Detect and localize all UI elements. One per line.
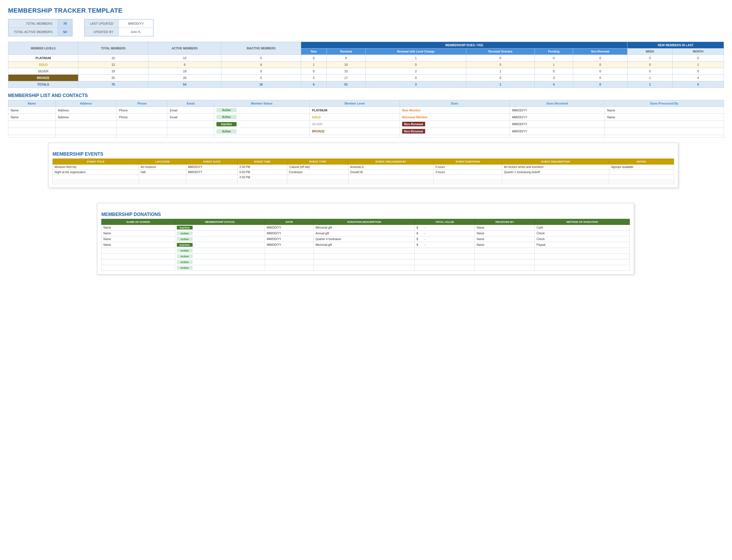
- table-row: Active: [102, 254, 630, 259]
- row3-dues: Non-Renewal: [399, 121, 509, 128]
- row3-phone: [117, 121, 167, 128]
- sub-month: MONTH: [673, 49, 724, 55]
- contacts-table: Name Address Phone Email Member Status M…: [8, 100, 724, 138]
- event1-type: Cultural (off site): [287, 165, 348, 170]
- level-platinum: PLATINUM: [8, 55, 78, 61]
- row1-level: PLATINUM: [310, 107, 399, 114]
- table-row: Name Active MM/DD/YY Quarter 4 fundraise…: [102, 236, 630, 242]
- platinum-week: 0: [627, 55, 673, 61]
- table-row: Name Inactive MM/DD/YY Memorial gift $ -…: [102, 225, 630, 231]
- silver-week: 0: [627, 68, 673, 75]
- status-badge: Active: [217, 115, 237, 119]
- platinum-renewal: 9: [327, 55, 366, 61]
- row3-name: [8, 121, 56, 128]
- donations-table: NAME OF DONOR MEMBERSHIP STATUS DATE DON…: [101, 219, 630, 271]
- row2-level: GOLD: [310, 114, 399, 121]
- donor4-desc: Memorial gift: [314, 242, 415, 248]
- row3-level: SILVER: [310, 121, 399, 128]
- col-donor-name: NAME OF DONOR: [102, 219, 175, 225]
- platinum-nonrenewal: 0: [573, 55, 627, 61]
- event2-organizer: Donald W.: [348, 170, 433, 175]
- bronze-renewal-level: 0: [366, 75, 466, 81]
- table-row: Active: [102, 248, 630, 254]
- bronze-active: 20: [148, 75, 221, 81]
- col-address: Address: [55, 100, 117, 107]
- donor7-status: Active: [175, 259, 265, 265]
- silver-inactive: 0: [221, 68, 301, 75]
- total-active-label: TOTAL ACTIVE MEMBERS: [9, 28, 58, 36]
- col-event-title: EVENT TITLE: [53, 159, 139, 165]
- donor3-received: Name: [475, 236, 535, 242]
- donor4-date: MM/DD/YY: [265, 242, 314, 248]
- event2-description: Quarter 1 fundraising kickoff: [502, 170, 609, 175]
- silver-total: 18: [78, 68, 148, 75]
- row2-phone: Phone: [117, 114, 167, 121]
- donor3-value: $ -: [414, 236, 475, 242]
- events-title: MEMBERSHIP EVENTS: [53, 152, 674, 157]
- row1-phone: Phone: [117, 107, 167, 114]
- row4-processed: [604, 128, 724, 135]
- status-badge: Active: [217, 129, 237, 134]
- col-method: METHOD OF DONATION: [535, 219, 629, 225]
- level-badge: BRONZE: [312, 130, 325, 133]
- donor4-received: Name: [475, 242, 535, 248]
- event3-time: 4:30 PM: [238, 175, 287, 180]
- bronze-month: 4: [673, 75, 724, 81]
- table-row: [53, 180, 674, 182]
- row1-address: Address: [55, 107, 117, 114]
- totals-renewal-level: 3: [366, 81, 466, 88]
- row3-status: Inactive: [214, 121, 310, 128]
- table-row: PLATINUM 15 10 5 0 9 1 0 0 0 0 0: [8, 55, 724, 61]
- table-row: [8, 135, 724, 138]
- stats-box: TOTAL MEMBERS 70 TOTAL ACTIVE MEMBERS 54: [8, 19, 73, 36]
- level-gold: GOLD: [8, 61, 78, 68]
- dues-badge: Non-Renewal: [402, 122, 425, 126]
- dues-header: MEMBERSHIP DUES / FEE: [301, 42, 627, 49]
- platinum-renewal-level: 1: [366, 55, 466, 61]
- col-event-type: EVENT TYPE: [287, 159, 348, 165]
- totals-total: 70: [78, 81, 148, 88]
- gold-renewal: 10: [327, 61, 366, 68]
- event2-notes: [609, 170, 674, 175]
- event1-title: Museum field trip: [53, 165, 139, 170]
- totals-row: TOTALS 70 54 16 6 51 3 1 4 0 1 5: [8, 81, 724, 88]
- level-badge: PLATINUM: [312, 109, 327, 112]
- donor8-status: Active: [175, 265, 265, 271]
- table-row: Name Active MM/DD/YY Annual gift $ - Nam…: [102, 231, 630, 236]
- donor4-method: Paypal: [535, 242, 629, 248]
- gold-overdue: 0: [466, 61, 535, 68]
- table-row: Night at the organization Hall MM/DD/YY …: [53, 170, 674, 175]
- gold-inactive: 6: [221, 61, 301, 68]
- row4-address: [55, 128, 117, 135]
- status-badge: Inactive: [217, 122, 237, 126]
- silver-month: 0: [673, 68, 724, 75]
- donor1-value: $ -: [414, 225, 475, 231]
- col-location: LOCATION: [139, 159, 186, 165]
- row3-dues-received: MM/DD/YY: [510, 121, 605, 128]
- table-row: [53, 182, 674, 184]
- event1-date: MM/DD/YY: [186, 165, 238, 170]
- platinum-pending: 0: [535, 55, 573, 61]
- donor4-name: Name: [102, 242, 175, 248]
- col-phone: Phone: [117, 100, 167, 107]
- col-email: Email: [167, 100, 214, 107]
- totals-inactive: 16: [221, 81, 301, 88]
- donor5-status: Active: [175, 248, 265, 254]
- level-bronze: BRONZE: [8, 75, 78, 81]
- event1-time: 2:30 PM: [238, 165, 287, 170]
- col-processed-by: Dues Processed By: [604, 100, 724, 107]
- donor1-name: Name: [102, 225, 175, 231]
- donor4-value: $ -: [414, 242, 475, 248]
- col-notes: NOTES: [609, 159, 674, 165]
- gold-week: 0: [627, 61, 673, 68]
- sub-renewal: Renewal: [327, 49, 366, 55]
- row4-dues: Non-Renewal: [399, 128, 509, 135]
- col-name: Name: [8, 100, 56, 107]
- row1-email: Email: [167, 107, 214, 114]
- donor3-name: Name: [102, 236, 175, 242]
- row2-dues-received: MM/DD/YY: [510, 114, 605, 121]
- membership-list-title: MEMBERSHIP LIST AND CONTACTS: [8, 93, 724, 98]
- totals-overdue: 1: [466, 81, 535, 88]
- donor3-date: MM/DD/YY: [265, 236, 314, 242]
- donations-title: MEMBERSHIP DONATIONS: [101, 212, 630, 217]
